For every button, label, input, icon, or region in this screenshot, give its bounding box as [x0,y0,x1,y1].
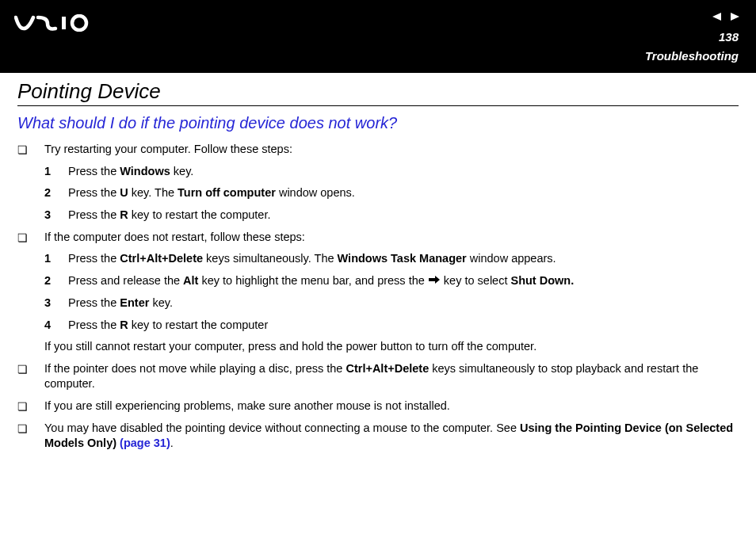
bullet-text: You may have disabled the pointing devic… [44,421,739,452]
list-item: 1 Press the Windows key. [44,164,739,180]
list-text: Press the Enter key. [68,296,739,311]
list-text: Press the R key to restart the computer. [68,208,739,223]
list-item: 3 Press the Enter key. [44,296,739,311]
nav-prev-icon[interactable] [710,11,723,22]
bullet-text: If you are still experiencing problems, … [44,399,739,414]
list-number: 3 [44,208,68,223]
list-item: 2 Press and release the Alt key to highl… [44,273,739,289]
list-item: 2 Press the U key. The Turn off computer… [44,185,739,201]
arrow-right-icon [428,273,441,289]
bullet-marker-icon: ❏ [17,421,44,437]
list-number: 4 [44,318,68,334]
section-name: Troubleshooting [645,49,739,63]
bullet-text: If the computer does not restart, follow… [44,230,739,246]
bullet-item: ❏ You may have disabled the pointing dev… [17,421,739,452]
list-text: Press the U key. The Turn off computer w… [68,185,739,201]
list-item: 3 Press the R key to restart the compute… [44,208,739,223]
bullet-text: If the pointer does not move while playi… [44,361,739,392]
list-text: Press the R key to restart the computer [68,318,739,334]
vaio-logo [14,14,94,35]
bullet-item: ❏ If the computer does not restart, foll… [17,230,739,246]
bullet-marker-icon: ❏ [17,230,44,246]
list-text: Press and release the Alt key to highlig… [68,273,739,289]
bullet-text: Try restarting your computer. Follow the… [44,142,739,158]
numbered-list: 1 Press the Windows key. 2 Press the U k… [44,164,739,223]
note-text: If you still cannot restart your compute… [44,339,739,355]
bullet-marker-icon: ❏ [17,361,44,377]
content-area: Pointing Device What should I do if the … [0,73,756,452]
nav-next-icon[interactable] [729,11,742,22]
bullet-marker-icon: ❏ [17,399,44,414]
list-number: 1 [44,164,68,180]
list-text: Press the Ctrl+Alt+Delete keys simultane… [68,251,739,267]
bullet-item: ❏ If you are still experiencing problems… [17,399,739,414]
numbered-list: 1 Press the Ctrl+Alt+Delete keys simulta… [44,251,739,333]
nav-arrows [710,11,742,22]
page-title: Pointing Device [17,79,739,106]
bullet-marker-icon: ❏ [17,142,44,158]
bullet-item: ❏ If the pointer does not move while pla… [17,361,739,392]
page-link[interactable]: (page 31) [120,437,170,449]
header-bar: 138 Troubleshooting [0,0,756,73]
svg-rect-0 [62,17,66,29]
list-item: 1 Press the Ctrl+Alt+Delete keys simulta… [44,251,739,267]
bullet-item: ❏ Try restarting your computer. Follow t… [17,142,739,158]
list-number: 2 [44,185,68,201]
list-number: 2 [44,273,68,289]
list-text: Press the Windows key. [68,164,739,180]
list-number: 1 [44,251,68,267]
question-heading: What should I do if the pointing device … [17,114,739,132]
list-item: 4 Press the R key to restart the compute… [44,318,739,334]
svg-point-1 [72,16,86,30]
list-number: 3 [44,296,68,311]
page-number: 138 [719,30,739,44]
